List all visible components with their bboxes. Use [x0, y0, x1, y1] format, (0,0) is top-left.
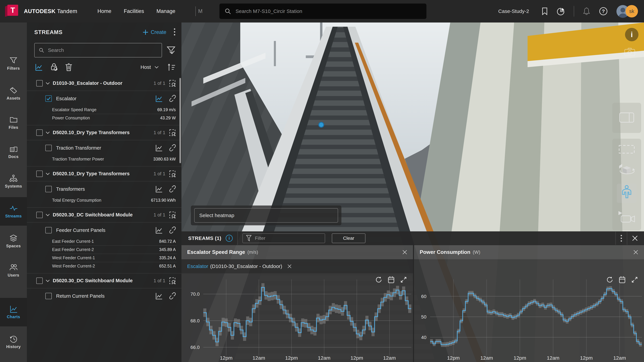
selection-box-icon[interactable] [619, 145, 635, 154]
create-stream-button[interactable]: Create [143, 29, 166, 35]
locate-asset-icon[interactable] [169, 277, 176, 285]
stream-link-icon[interactable] [169, 185, 176, 193]
camera-view-icon[interactable] [618, 210, 636, 224]
screenshot-camera-icon[interactable] [624, 48, 635, 57]
sidebar-item-files[interactable]: Files [0, 108, 27, 137]
stream-row[interactable]: Transformers [27, 181, 182, 196]
scrollbar-thumb[interactable] [180, 78, 181, 163]
stream-link-icon[interactable] [169, 144, 176, 152]
refresh-icon[interactable] [375, 276, 382, 283]
global-search[interactable] [220, 3, 426, 19]
sidebar-item-inventory[interactable]: Inventory [0, 357, 27, 362]
streams-search-input[interactable] [48, 47, 158, 53]
sidebar-item-history[interactable]: History [0, 328, 27, 356]
checkbox[interactable] [36, 212, 43, 218]
stream-chart-icon[interactable] [155, 95, 163, 102]
tandem-logo[interactable]: T [5, 5, 20, 18]
panel-kebab-menu-icon[interactable] [174, 28, 176, 36]
group-header[interactable]: D5020.30_DC Switchboard Module1 of 1 [27, 208, 182, 223]
filter-check-icon[interactable] [167, 46, 176, 54]
sort-order-icon[interactable] [167, 63, 176, 71]
menu-manage[interactable]: Manage [156, 8, 175, 14]
viewport-info-button[interactable]: i [625, 28, 638, 41]
group-header[interactable]: D1010-30_Escalator - Outdoor1 of 1 [27, 76, 182, 91]
trash-icon[interactable] [65, 63, 72, 71]
speed-chart-area[interactable]: 12pm12am12pm12am12pm12am66.068.070.0 [182, 273, 413, 362]
checkbox[interactable] [45, 293, 52, 299]
global-search-input[interactable] [236, 8, 422, 14]
select-heatmap-dropdown[interactable]: Select heatmap [194, 208, 338, 223]
bookmark-icon[interactable] [541, 7, 548, 15]
chart-stream-tab[interactable]: Escalator (D1010-30_Escalator - Outdoor) [182, 259, 413, 273]
split-view-icon[interactable] [619, 112, 634, 123]
checkbox[interactable] [45, 186, 52, 192]
sidebar-item-spaces[interactable]: Spaces [0, 227, 27, 256]
calendar-icon[interactable] [618, 276, 626, 283]
power-consumption-chart[interactable]: 12pm12am12pm12am12pm12am405060 [414, 259, 644, 362]
checkbox[interactable] [45, 227, 52, 233]
charts-filter-input[interactable] [255, 236, 322, 241]
locate-asset-icon[interactable] [169, 170, 176, 178]
chevron-down-icon[interactable] [46, 171, 50, 175]
checkbox[interactable] [36, 129, 43, 136]
sidebar-item-users[interactable]: Users [0, 256, 27, 285]
group-header[interactable]: D5020.10_Dry Type Transformers1 of 1 [27, 125, 182, 140]
refresh-icon[interactable] [606, 276, 614, 283]
close-icon[interactable] [402, 250, 407, 255]
charts-filter-box[interactable] [242, 233, 325, 243]
stream-chart-icon[interactable] [155, 185, 163, 193]
chevron-down-icon[interactable] [46, 278, 50, 282]
power-chart-area[interactable]: 12pm12am12pm12am12pm12am405060 [414, 259, 644, 362]
stream-link-icon[interactable] [169, 292, 176, 300]
sidebar-item-systems[interactable]: Systems [0, 167, 27, 196]
expand-icon[interactable] [400, 276, 407, 283]
streams-search-box[interactable] [34, 43, 162, 57]
first-person-walk-icon[interactable] [617, 184, 636, 203]
checkbox[interactable] [36, 171, 43, 177]
panel-kebab-menu-icon[interactable] [620, 235, 622, 242]
locate-asset-icon[interactable] [169, 79, 176, 87]
clear-button[interactable]: Clear [332, 233, 366, 243]
checkbox[interactable] [45, 145, 52, 151]
stream-chart-icon[interactable] [155, 227, 163, 234]
chevron-down-icon[interactable] [46, 81, 50, 85]
close-icon[interactable] [633, 250, 638, 255]
sidebar-item-assets[interactable]: Assets [0, 79, 27, 108]
lock-sync-icon[interactable] [50, 63, 58, 71]
group-header[interactable]: D5020.30_DC Switchboard Module1 of 1 [27, 273, 182, 288]
chevron-down-icon[interactable] [46, 212, 50, 216]
host-sort-label[interactable]: Host [140, 64, 151, 70]
close-tab-icon[interactable] [287, 264, 292, 269]
expand-icon[interactable] [631, 276, 638, 283]
sidebar-item-charts[interactable]: Charts [0, 298, 27, 327]
sidebar-item-filters[interactable]: Filters [0, 49, 27, 78]
stream-row[interactable]: Escalator [27, 91, 182, 106]
locate-asset-icon[interactable] [169, 211, 176, 219]
speed-range-chart[interactable]: 12pm12am12pm12am12pm12am66.068.070.0 [182, 273, 413, 362]
checkbox[interactable] [36, 80, 43, 86]
user-avatar[interactable]: sk [616, 4, 638, 18]
chevron-down-icon[interactable] [155, 65, 158, 68]
menu-facilities[interactable]: Facilities [124, 8, 144, 14]
stream-row[interactable]: Return Current Panels [27, 288, 182, 303]
menu-home[interactable]: Home [98, 8, 112, 14]
calendar-icon[interactable] [388, 276, 395, 283]
group-header[interactable]: D5020.10_Dry Type Transformers1 of 1 [27, 166, 182, 181]
tab-stream-name[interactable]: Escalator [187, 263, 208, 269]
checkbox[interactable] [45, 95, 52, 102]
help-icon[interactable]: ? [599, 7, 608, 16]
chevron-down-icon[interactable] [46, 130, 50, 134]
stream-row[interactable]: Traction Transformer [27, 140, 182, 155]
locate-asset-icon[interactable] [169, 129, 176, 137]
sidebar-item-docs[interactable]: Docs [0, 138, 27, 166]
stream-chart-icon[interactable] [155, 292, 163, 300]
sidebar-item-streams[interactable]: Streams [0, 197, 27, 226]
info-icon[interactable]: i [226, 235, 233, 242]
notifications-bell-icon[interactable] [583, 7, 590, 15]
pie-chart-icon[interactable] [557, 7, 565, 15]
chart-view-icon[interactable] [35, 63, 43, 71]
orbit-cube-icon[interactable] [618, 162, 636, 177]
stream-link-icon[interactable] [169, 227, 176, 234]
stream-chart-icon[interactable] [155, 144, 163, 152]
checkbox[interactable] [36, 278, 43, 284]
